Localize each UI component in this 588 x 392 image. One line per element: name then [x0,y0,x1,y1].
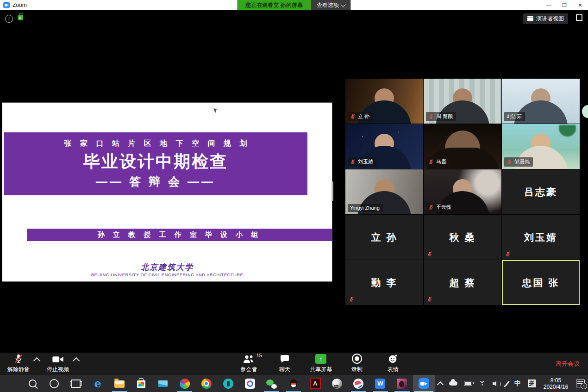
participant-tile[interactable]: 秋 桑 [424,215,501,260]
file-explorer-app[interactable] [109,375,131,392]
badminton-app[interactable] [348,375,369,392]
wechat-app[interactable] [261,375,282,392]
battery-tray[interactable] [461,375,475,392]
speaker-view-button[interactable]: 演讲者视图 [523,13,568,24]
participant-tile-active-speaker[interactable]: 忠国 张 [502,260,580,305]
muted-mic-icon [507,159,512,165]
taskbar-clock[interactable]: 8:05 2020/4/16 [539,377,573,390]
shared-screen-slide: 张 家 口 站 片 区 地 下 空 间 规 划 毕业设计中期检查 —— 答 辩 … [2,103,332,281]
participant-tile[interactable]: 吕志豪 [502,169,580,214]
participant-name-label: 马磊 [426,157,450,167]
wifi-tray[interactable] [475,375,489,392]
participant-tile[interactable]: 周 楚颜 [424,79,501,124]
wps-icon: W [375,379,385,389]
muted-mic-icon [350,113,356,119]
task-view-button[interactable] [65,375,87,392]
participant-tile[interactable]: 马磊 [424,124,501,169]
pen-icon [505,380,510,386]
participants-icon [243,355,255,364]
taskbar-search[interactable] [22,375,44,392]
mail-app[interactable] [152,375,174,392]
chevron-down-icon [341,2,346,7]
muted-mic-icon [505,251,511,257]
edge-icon: e [92,378,103,389]
participant-tile[interactable]: 立 孙 [345,79,423,124]
pinwheel-browser-icon [180,379,190,389]
participant-tile[interactable]: 王云薇 [424,169,501,214]
system-tray: 中 拼 8:05 2020/4/16 1 [435,375,588,392]
microsoft-store-app[interactable] [131,375,152,392]
edge-app[interactable]: e [87,375,109,392]
netdisk-app[interactable] [239,375,261,392]
volume-tray[interactable] [489,375,503,392]
badminton-app-icon [353,379,363,389]
mouse-cursor-icon [213,107,218,113]
ime-mode-indicator[interactable]: 拼 [525,375,539,392]
zoom-app[interactable] [413,375,435,392]
participant-tile[interactable]: 刘洁茹 [502,79,580,124]
battery-icon [464,381,472,386]
clock-date: 2020/4/16 [544,384,568,390]
chat-button[interactable]: 聊天 [270,353,300,375]
wps-app[interactable]: W [369,375,391,392]
record-button[interactable]: 录制 [342,353,372,375]
muted-mic-icon [428,159,434,165]
leave-meeting-button[interactable]: 离开会议 [556,353,580,375]
slide-title-line1: 张 家 口 站 片 区 地 下 空 间 规 划 [4,139,307,149]
qq-app[interactable] [282,375,304,392]
share-screen-button[interactable]: ↑ 共享屏幕 [306,353,336,375]
muted-mic-icon [428,113,434,119]
file-explorer-icon [114,380,125,388]
participant-name-centered: 秋 桑 [424,215,501,260]
audio-options-chevron[interactable] [33,357,41,364]
encryption-lock-icon[interactable]: E [18,15,23,20]
participant-tile[interactable]: 刘玉婧 [502,215,580,260]
chrome-app[interactable] [195,375,217,392]
slide-title-line3: —— 答 辩 会 —— [4,174,307,189]
chat-bubble-icon [280,355,290,364]
view-options-dropdown[interactable]: 查看选项 [311,0,351,10]
muted-mic-icon [349,296,354,302]
video-options-chevron[interactable] [73,357,80,364]
pen-tray[interactable] [503,375,511,392]
participant-tile[interactable]: 超 蔡 [424,260,501,305]
google-earth-app[interactable] [326,375,348,392]
action-center-button[interactable]: 1 [573,375,588,392]
panel-splitter-handle[interactable] [332,181,333,201]
cortana-button[interactable] [44,375,65,392]
browser-360-app[interactable] [174,375,196,392]
participant-tile[interactable]: 邹漫鸽 [502,124,580,169]
minimize-button[interactable]: — [541,0,557,10]
meeting-info-icon[interactable]: i [5,15,13,23]
unmute-button[interactable]: 解除静音 [4,354,33,373]
meeting-toolbar: 解除静音 停止视频 15 参会者 聊天 ↑ 共享屏幕 录制 [0,353,588,375]
maximize-button[interactable]: ❐ [557,0,572,10]
ime-language-indicator[interactable]: 中 [511,375,525,392]
windows-logo-icon [5,378,16,389]
participant-tile[interactable]: 刘玉婧 [345,124,423,169]
chrome-icon [201,379,212,389]
reactions-button[interactable]: 表情 [378,353,408,375]
slide-title-line2: 毕业设计中期检查 [4,150,307,173]
participant-tile[interactable]: 勤 李 [345,260,423,305]
video-camera-icon [52,355,64,364]
muted-mic-icon [428,204,434,210]
anime-app-icon [397,379,407,389]
anime-app[interactable] [391,375,413,392]
participant-tile[interactable]: 立 孙 [345,215,423,260]
edge-scroll-dot [582,105,588,118]
close-button[interactable]: ✕ [572,0,588,10]
participant-name-label: 刘玉婧 [348,157,376,167]
participant-tile[interactable]: Yingyi Zhang [345,169,423,214]
university-name-cn: 北京建筑大学 [2,262,332,273]
cortana-icon [50,379,59,388]
participants-button[interactable]: 15 参会者 [234,353,263,375]
fullscreen-icon[interactable] [576,14,582,21]
onedrive-tray[interactable] [446,375,461,392]
acrobat-app[interactable]: A [304,375,326,392]
slide-title-banner: 张 家 口 站 片 区 地 下 空 间 规 划 毕业设计中期检查 —— 答 辩 … [4,132,307,195]
start-button[interactable] [0,375,22,392]
lantern-app[interactable] [217,375,239,392]
stop-video-button[interactable]: 停止视频 [43,354,73,373]
hidden-icons-button[interactable] [435,375,446,392]
